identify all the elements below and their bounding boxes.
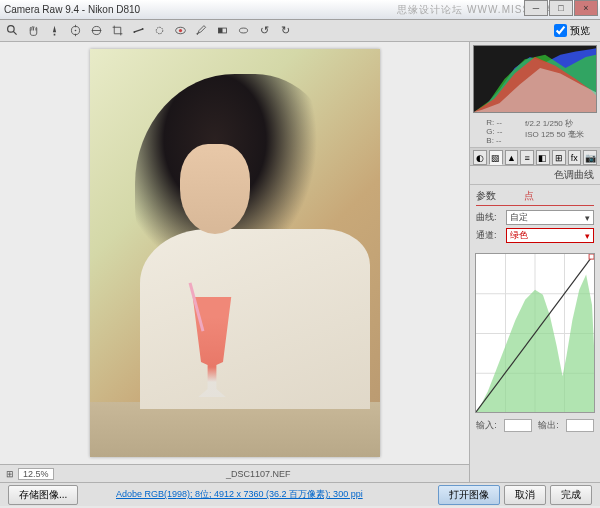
preview-toggle[interactable]: 预览 <box>554 24 590 38</box>
open-button[interactable]: 打开图像 <box>438 485 500 505</box>
whitebalance-tool-icon[interactable] <box>46 23 62 39</box>
svg-point-3 <box>74 30 76 32</box>
tab-basic[interactable]: ◐ <box>473 150 487 165</box>
window-controls: ─ □ × <box>523 0 598 16</box>
main-area: ⊞ 12.5% _DSC1107.NEF R: -- G: -- B: -- f… <box>0 42 600 482</box>
channel-label: 通道: <box>476 229 502 242</box>
svg-point-10 <box>141 28 143 30</box>
io-values: 输入: 输出: <box>470 416 600 435</box>
colorsampler-tool-icon[interactable] <box>67 23 83 39</box>
straighten-tool-icon[interactable] <box>130 23 146 39</box>
tab-curve[interactable]: ▧ <box>489 150 503 165</box>
hand-tool-icon[interactable] <box>25 23 41 39</box>
tab-fx[interactable]: fx <box>568 150 582 165</box>
rotate-left-icon[interactable]: ↺ <box>256 23 272 39</box>
spot-tool-icon[interactable] <box>151 23 167 39</box>
redeye-tool-icon[interactable] <box>172 23 188 39</box>
status-bar: ⊞ 12.5% _DSC1107.NEF <box>0 464 469 482</box>
panel-tabs: ◐ ▧ ▲ ≡ ◧ ⊞ fx 📷 <box>470 148 600 166</box>
section-label: 参数 <box>476 190 496 201</box>
svg-line-1 <box>13 31 16 34</box>
gradient-tool-icon[interactable] <box>214 23 230 39</box>
filename-label: _DSC1107.NEF <box>226 469 291 479</box>
panel-title: 色调曲线 <box>470 166 600 185</box>
svg-point-16 <box>239 28 247 33</box>
curve-editor[interactable] <box>475 253 595 413</box>
photo-canvas <box>90 49 380 457</box>
toolbar: ↺ ↻ 预览 <box>0 20 600 42</box>
channel-select[interactable]: 绿色▾ <box>506 228 594 243</box>
brush-tool-icon[interactable] <box>193 23 209 39</box>
maximize-button[interactable]: □ <box>549 0 573 16</box>
tab-lens[interactable]: ⊞ <box>552 150 566 165</box>
close-button[interactable]: × <box>574 0 598 16</box>
tab-cal[interactable]: 📷 <box>583 150 597 165</box>
tab-detail[interactable]: ▲ <box>505 150 519 165</box>
tab-split[interactable]: ◧ <box>536 150 550 165</box>
image-preview[interactable] <box>0 42 469 464</box>
zoom-tool-icon[interactable] <box>4 23 20 39</box>
exif-info: R: -- G: -- B: -- f/2.2 1/250 秒 ISO 125 … <box>470 116 600 148</box>
svg-point-0 <box>7 26 14 33</box>
chevron-down-icon: ▾ <box>585 231 590 241</box>
rotate-right-icon[interactable]: ↻ <box>277 23 293 39</box>
crop-tool-icon[interactable] <box>109 23 125 39</box>
svg-rect-24 <box>589 254 594 259</box>
footer: 存储图像... Adobe RGB(1998); 8位; 4912 x 7360… <box>0 482 600 506</box>
svg-rect-15 <box>218 28 222 33</box>
targeted-tool-icon[interactable] <box>88 23 104 39</box>
preview-area: ⊞ 12.5% _DSC1107.NEF <box>0 42 470 482</box>
save-button[interactable]: 存储图像... <box>8 485 78 505</box>
curve-select[interactable]: 自定▾ <box>506 210 594 225</box>
right-panel: R: -- G: -- B: -- f/2.2 1/250 秒 ISO 125 … <box>470 42 600 482</box>
done-button[interactable]: 完成 <box>550 485 592 505</box>
input-field[interactable] <box>504 419 532 432</box>
zoom-level[interactable]: 12.5% <box>18 468 54 480</box>
tab-hsl[interactable]: ≡ <box>520 150 534 165</box>
window-title: Camera Raw 9.4 - Nikon D810 <box>4 4 140 15</box>
svg-point-11 <box>156 27 163 34</box>
minimize-button[interactable]: ─ <box>524 0 548 16</box>
svg-point-9 <box>133 31 135 33</box>
titlebar: Camera Raw 9.4 - Nikon D810 思缘设计论坛 WWW.M… <box>0 0 600 20</box>
radial-tool-icon[interactable] <box>235 23 251 39</box>
chevron-down-icon: ▾ <box>585 213 590 223</box>
curve-label: 曲线: <box>476 211 502 224</box>
point-tab-icon[interactable]: 点 <box>524 190 534 201</box>
histogram[interactable] <box>473 45 597 113</box>
preview-checkbox[interactable] <box>554 24 567 37</box>
curve-controls: 参数 点 曲线: 自定▾ 通道: 绿色▾ <box>470 185 600 250</box>
svg-point-13 <box>178 29 181 32</box>
cancel-button[interactable]: 取消 <box>504 485 546 505</box>
workflow-link[interactable]: Adobe RGB(1998); 8位; 4912 x 7360 (36.2 百… <box>116 488 363 501</box>
output-field[interactable] <box>566 419 594 432</box>
